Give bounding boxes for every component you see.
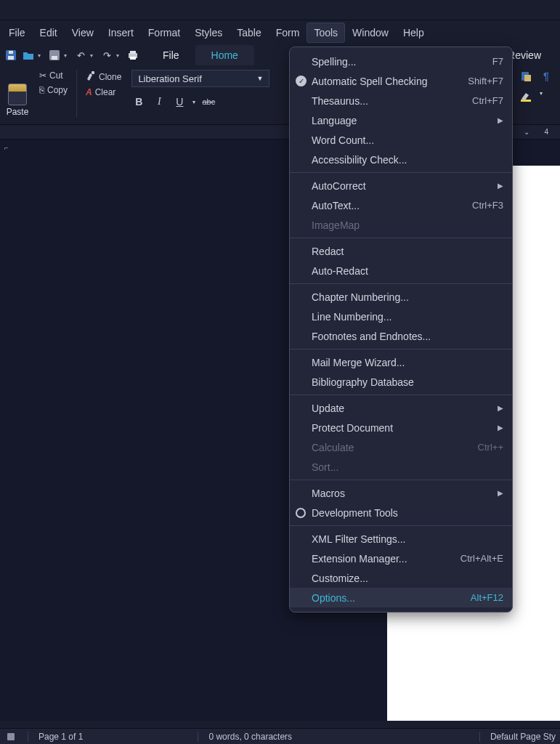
underline-button[interactable]: U <box>172 96 187 108</box>
menuitem-calculate: CalculateCtrl++ <box>290 437 512 457</box>
menu-styles[interactable]: Styles <box>187 23 230 43</box>
menu-form[interactable]: Form <box>269 23 307 43</box>
menuitem-macros[interactable]: Macros▶ <box>290 483 512 503</box>
menuitem-shortcut: Ctrl+F7 <box>472 95 503 106</box>
menuitem-label: AutoText... <box>312 200 360 211</box>
menuitem-label: Sort... <box>312 461 338 473</box>
menuitem-redact[interactable]: Redact <box>290 241 512 261</box>
menuitem-label: Mail Merge Wizard... <box>312 357 405 368</box>
menuitem-automatic-spell-checking[interactable]: ✓Automatic Spell CheckingShift+F7 <box>290 71 512 91</box>
pilcrow-icon[interactable]: ¶ <box>540 70 553 83</box>
menu-view[interactable]: View <box>65 23 101 43</box>
font-name-select[interactable]: Liberation Serif ▼ <box>131 70 269 87</box>
menuitem-shortcut: F7 <box>492 56 503 67</box>
tools-menu-dropdown: Spelling...F7✓Automatic Spell CheckingSh… <box>289 46 513 612</box>
menuitem-line-numbering[interactable]: Line Numbering... <box>290 307 512 326</box>
svg-rect-11 <box>521 100 531 102</box>
tab-home[interactable]: Home <box>195 45 254 65</box>
status-wordcount[interactable]: 0 words, 0 characters <box>208 732 292 742</box>
status-page-style[interactable]: Default Page Sty <box>490 732 556 742</box>
menuitem-label: Word Count... <box>312 134 374 146</box>
menu-format[interactable]: Format <box>141 23 187 43</box>
menuitem-shortcut: Ctrl+F3 <box>472 200 503 211</box>
save-as-icon[interactable] <box>46 47 62 63</box>
menuitem-label: XML Filter Settings... <box>312 533 405 545</box>
menuitem-word-count[interactable]: Word Count... <box>290 130 512 150</box>
open-icon[interactable] <box>20 47 36 63</box>
chevron-right-icon: ▶ <box>498 182 503 190</box>
menu-help[interactable]: Help <box>396 23 431 43</box>
save-as-dropdown-icon[interactable]: ▾ <box>64 52 71 59</box>
menuitem-imagemap: ImageMap <box>290 215 512 235</box>
highlight-icon[interactable] <box>519 90 532 103</box>
menuitem-label: Macros <box>312 488 345 499</box>
paste-label: Paste <box>7 107 29 117</box>
menuitem-label: Accessibility Check... <box>312 154 407 166</box>
strikethrough-button[interactable]: abc <box>201 97 216 106</box>
bold-button[interactable]: B <box>131 96 146 108</box>
menuitem-mail-merge-wizard[interactable]: Mail Merge Wizard... <box>290 352 512 372</box>
menuitem-bibliography-database[interactable]: Bibliography Database <box>290 372 512 392</box>
save-status-icon[interactable] <box>4 730 17 743</box>
menuitem-xml-filter-settings[interactable]: XML Filter Settings... <box>290 529 512 549</box>
svg-rect-7 <box>130 57 136 60</box>
menu-window[interactable]: Window <box>345 23 396 43</box>
save-icon[interactable] <box>3 47 19 63</box>
svg-rect-12 <box>7 733 15 740</box>
menuitem-label: Automatic Spell Checking <box>312 76 428 87</box>
open-dropdown-icon[interactable]: ▾ <box>38 52 45 59</box>
tab-file[interactable]: File <box>147 45 195 65</box>
menuitem-spelling[interactable]: Spelling...F7 <box>290 52 512 71</box>
tab-stop-icon: ⌄ <box>524 128 529 136</box>
menuitem-autocorrect[interactable]: AutoCorrect▶ <box>290 176 512 195</box>
menuitem-customize[interactable]: Customize... <box>290 568 512 588</box>
menuitem-label: Calculate <box>312 442 354 453</box>
menuitem-development-tools[interactable]: Development Tools <box>290 503 512 522</box>
redo-icon[interactable]: ↷ <box>99 47 115 63</box>
menuitem-language[interactable]: Language▶ <box>290 110 512 130</box>
menuitem-label: AutoCorrect <box>312 180 366 192</box>
clear-button[interactable]: A Clear <box>84 86 123 98</box>
menuitem-auto-redact[interactable]: Auto-Redact <box>290 261 512 280</box>
paste-special-icon[interactable] <box>519 70 532 83</box>
menuitem-extension-manager[interactable]: Extension Manager...Ctrl+Alt+E <box>290 549 512 568</box>
menu-edit[interactable]: Edit <box>33 23 65 43</box>
status-page[interactable]: Page 1 of 1 <box>38 732 83 742</box>
underline-dropdown-icon[interactable]: ▾ <box>192 99 195 105</box>
chevron-right-icon: ▶ <box>498 424 503 432</box>
ribbon-tabs: File Home <box>147 45 254 65</box>
highlight-dropdown-icon[interactable]: ▾ <box>540 90 543 103</box>
scissors-icon <box>39 70 46 81</box>
menuitem-chapter-numbering[interactable]: Chapter Numbering... <box>290 287 512 307</box>
clear-label: Clear <box>95 87 116 97</box>
menuitem-accessibility-check[interactable]: Accessibility Check... <box>290 150 512 169</box>
menuitem-label: Footnotes and Endnotes... <box>312 331 431 342</box>
menuitem-label: Chapter Numbering... <box>312 291 409 303</box>
paste-icon <box>8 84 27 105</box>
menu-tools[interactable]: Tools <box>307 23 345 43</box>
menuitem-autotext[interactable]: AutoText...Ctrl+F3 <box>290 195 512 215</box>
menu-insert[interactable]: Insert <box>101 23 141 43</box>
copy-label: Copy <box>47 85 68 95</box>
menubar: FileEditViewInsertFormatStylesTableFormT… <box>0 20 560 45</box>
svg-rect-4 <box>52 56 57 60</box>
copy-button[interactable]: Copy <box>38 84 69 96</box>
menuitem-options[interactable]: Options...Alt+F12 <box>290 588 512 607</box>
print-icon[interactable] <box>125 47 141 63</box>
menuitem-footnotes-and-endnotes[interactable]: Footnotes and Endnotes... <box>290 326 512 346</box>
menu-table[interactable]: Table <box>230 23 268 43</box>
undo-dropdown-icon[interactable]: ▾ <box>90 52 97 59</box>
clear-format-icon: A <box>86 87 92 97</box>
menu-separator <box>290 238 512 238</box>
menuitem-protect-document[interactable]: Protect Document▶ <box>290 418 512 437</box>
cut-button[interactable]: Cut <box>38 70 69 81</box>
radio-icon <box>296 508 306 518</box>
menu-file[interactable]: File <box>1 23 33 43</box>
undo-icon[interactable]: ↶ <box>73 47 89 63</box>
clone-button[interactable]: Clone <box>84 70 123 84</box>
italic-button[interactable]: I <box>152 96 166 108</box>
redo-dropdown-icon[interactable]: ▾ <box>116 52 123 59</box>
paste-button[interactable]: Paste <box>3 70 32 117</box>
menuitem-update[interactable]: Update▶ <box>290 398 512 418</box>
menuitem-thesaurus[interactable]: Thesaurus...Ctrl+F7 <box>290 91 512 110</box>
